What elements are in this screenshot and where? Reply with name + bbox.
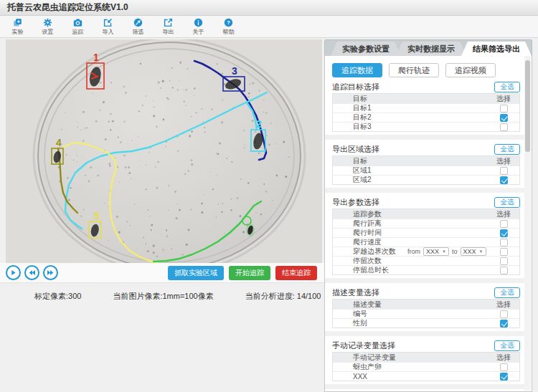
toolbar-item-5[interactable]: 导出: [156, 18, 180, 36]
table-row: 爬行速度: [333, 237, 519, 247]
table-row: 区域2: [333, 175, 519, 184]
toolbar-item-label: 帮助: [223, 28, 235, 36]
row-check-cell: [488, 176, 519, 184]
section-title: 导出区域选择: [332, 144, 379, 155]
select-all-button[interactable]: 全选: [494, 287, 520, 298]
chevron-down-icon: ▼: [479, 249, 483, 254]
toolbar-item-label: 设置: [42, 28, 54, 36]
row-label-cell: 区域2: [333, 175, 488, 185]
start-tracking-button[interactable]: 开始追踪: [229, 266, 270, 280]
row-checkbox[interactable]: [500, 114, 508, 122]
row-label: 蚜虫产卵: [353, 362, 382, 372]
section-header: 导出区域选择全选: [332, 144, 520, 154]
svg-text:?: ?: [227, 19, 230, 26]
section-header: 描述变量选择全选: [332, 287, 520, 297]
row-label: 区域1: [353, 166, 372, 176]
select-all-button[interactable]: 全选: [494, 144, 520, 155]
import-icon: [103, 18, 113, 27]
section-divider: [324, 278, 528, 283]
section-divider: [324, 188, 528, 193]
fast-forward-icon: [47, 269, 54, 276]
petri-dish-viewer: 12345: [6, 39, 322, 263]
select-all-button[interactable]: 全选: [494, 82, 520, 92]
row-label-cell: 目标1: [333, 103, 488, 113]
toolbar-item-7[interactable]: ?帮助: [217, 18, 240, 36]
capture-area-button[interactable]: 抓取实验区域: [168, 266, 224, 280]
toolbar-item-1[interactable]: 设置: [36, 18, 60, 36]
row-checkbox[interactable]: [500, 105, 508, 113]
selection-table: 目标选择目标1目标2目标3: [332, 93, 520, 132]
section-title: 追踪目标选择: [332, 82, 379, 92]
row-check-cell: [488, 239, 519, 247]
row-label-cell: 停留次数: [333, 256, 488, 266]
select-all-button[interactable]: 全选: [494, 340, 520, 351]
column-header-select: 选择: [488, 353, 519, 363]
row-checkbox[interactable]: [500, 267, 508, 274]
row-check-cell: [488, 248, 519, 256]
select-all-button[interactable]: 全选: [494, 197, 520, 208]
from-label: from: [407, 248, 420, 255]
column-header-label: 手动记录变量: [333, 353, 488, 363]
scrollbar-thumb[interactable]: [525, 60, 530, 152]
row-label: 编号: [353, 309, 367, 319]
row-checkbox[interactable]: [500, 167, 508, 175]
toolbar-item-label: 导出: [163, 28, 174, 36]
tab-1[interactable]: 实时数据显示: [396, 42, 466, 56]
type-button-2[interactable]: 追踪视频: [445, 63, 496, 77]
play-button[interactable]: [6, 265, 21, 280]
row-check-cell: [488, 123, 519, 131]
row-checkbox[interactable]: [500, 220, 508, 228]
camera-icon: [73, 18, 82, 27]
row-checkbox[interactable]: [500, 310, 508, 318]
toolbar-item-label: 追踪: [72, 28, 84, 36]
main-toolbar: 实验设置追踪导入筛选导出关于?帮助: [0, 16, 538, 38]
row-checkbox[interactable]: [500, 123, 508, 131]
toolbar-item-3[interactable]: 导入: [96, 18, 120, 36]
table-row: 穿越边界次数fromXXX▼toXXX▼: [333, 247, 519, 256]
type-button-1[interactable]: 爬行轨迹: [389, 63, 439, 77]
row-checkbox[interactable]: [500, 239, 508, 247]
section-header: 手动记录变量选择全选: [332, 340, 520, 350]
table-row: 区域1: [333, 166, 519, 175]
toolbar-item-2[interactable]: 追踪: [66, 18, 90, 36]
row-check-cell: [488, 373, 519, 381]
panel-scrollbar[interactable]: [524, 56, 531, 391]
row-label: 停留总时长: [353, 265, 389, 275]
row-checkbox[interactable]: [500, 373, 508, 381]
column-header-select: 选择: [488, 156, 519, 166]
row-label: 目标2: [353, 113, 372, 123]
row-checkbox[interactable]: [500, 320, 508, 328]
filter-compass-icon: [133, 18, 143, 27]
toolbar-item-0[interactable]: 实验: [6, 18, 29, 36]
rewind-button[interactable]: [24, 265, 39, 280]
toolbar-item-4[interactable]: 筛选: [126, 18, 150, 36]
fast-forward-button[interactable]: [43, 265, 58, 280]
row-checkbox[interactable]: [500, 229, 508, 237]
about-info-icon: [194, 18, 203, 27]
export-icon: [164, 18, 173, 27]
status-analysis-progress: 当前分析进度: 14/100: [245, 291, 321, 302]
to-dropdown[interactable]: XXX▼: [461, 247, 486, 256]
from-dropdown[interactable]: XXX▼: [423, 247, 449, 256]
row-check-cell: [488, 310, 519, 318]
row-label-cell: 蚜虫产卵: [333, 362, 488, 372]
play-icon: [10, 269, 16, 276]
row-checkbox[interactable]: [500, 176, 508, 184]
row-label: 性别: [353, 318, 367, 328]
type-button-0[interactable]: 追踪数据: [332, 63, 382, 77]
row-checkbox[interactable]: [500, 257, 508, 265]
table-row: 停留次数: [333, 256, 519, 265]
experiment-icon: [13, 18, 22, 27]
row-checkbox[interactable]: [500, 363, 508, 371]
toolbar-item-label: 实验: [12, 28, 24, 36]
panel-tabs: 实验参数设置实时数据显示结果筛选导出: [324, 39, 532, 56]
stop-tracking-button[interactable]: 结束追踪: [275, 266, 317, 280]
tab-2[interactable]: 结果筛选导出: [461, 42, 532, 56]
table-row: 蚜虫产卵: [333, 362, 519, 371]
tab-0[interactable]: 实验参数设置: [331, 42, 401, 56]
row-label: 爬行时间: [353, 228, 382, 238]
row-checkbox[interactable]: [500, 248, 508, 256]
panel-body: 追踪数据爬行轨迹追踪视频追踪目标选择全选目标选择目标1目标2目标3导出区域选择全…: [324, 56, 532, 392]
toolbar-item-6[interactable]: 关于: [187, 18, 210, 36]
rewind-icon: [29, 269, 35, 276]
